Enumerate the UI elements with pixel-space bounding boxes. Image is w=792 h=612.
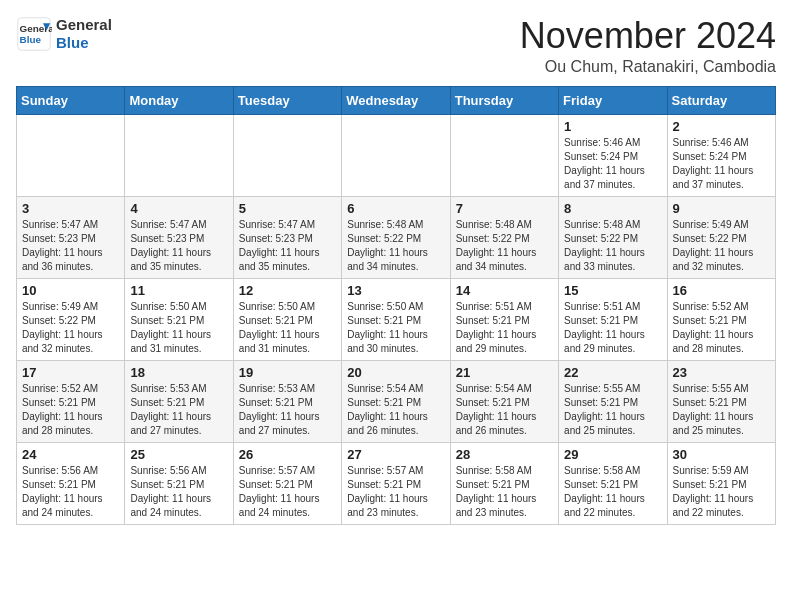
weekday-header-saturday: Saturday [667, 86, 775, 114]
calendar-week-4: 17Sunrise: 5:52 AM Sunset: 5:21 PM Dayli… [17, 360, 776, 442]
day-number: 12 [239, 283, 336, 298]
day-number: 29 [564, 447, 661, 462]
day-number: 27 [347, 447, 444, 462]
calendar-cell: 10Sunrise: 5:49 AM Sunset: 5:22 PM Dayli… [17, 278, 125, 360]
calendar-cell: 4Sunrise: 5:47 AM Sunset: 5:23 PM Daylig… [125, 196, 233, 278]
day-info: Sunrise: 5:57 AM Sunset: 5:21 PM Dayligh… [347, 464, 444, 520]
calendar-cell: 20Sunrise: 5:54 AM Sunset: 5:21 PM Dayli… [342, 360, 450, 442]
day-number: 25 [130, 447, 227, 462]
logo-general: General [56, 16, 112, 34]
day-number: 3 [22, 201, 119, 216]
calendar-cell: 22Sunrise: 5:55 AM Sunset: 5:21 PM Dayli… [559, 360, 667, 442]
day-info: Sunrise: 5:53 AM Sunset: 5:21 PM Dayligh… [130, 382, 227, 438]
calendar-cell: 15Sunrise: 5:51 AM Sunset: 5:21 PM Dayli… [559, 278, 667, 360]
day-info: Sunrise: 5:56 AM Sunset: 5:21 PM Dayligh… [22, 464, 119, 520]
day-info: Sunrise: 5:54 AM Sunset: 5:21 PM Dayligh… [456, 382, 553, 438]
day-info: Sunrise: 5:58 AM Sunset: 5:21 PM Dayligh… [456, 464, 553, 520]
calendar-cell: 16Sunrise: 5:52 AM Sunset: 5:21 PM Dayli… [667, 278, 775, 360]
calendar-cell: 25Sunrise: 5:56 AM Sunset: 5:21 PM Dayli… [125, 442, 233, 524]
day-info: Sunrise: 5:59 AM Sunset: 5:21 PM Dayligh… [673, 464, 770, 520]
calendar-cell: 11Sunrise: 5:50 AM Sunset: 5:21 PM Dayli… [125, 278, 233, 360]
day-info: Sunrise: 5:48 AM Sunset: 5:22 PM Dayligh… [456, 218, 553, 274]
day-info: Sunrise: 5:46 AM Sunset: 5:24 PM Dayligh… [564, 136, 661, 192]
day-info: Sunrise: 5:55 AM Sunset: 5:21 PM Dayligh… [673, 382, 770, 438]
calendar-cell: 8Sunrise: 5:48 AM Sunset: 5:22 PM Daylig… [559, 196, 667, 278]
calendar-cell: 17Sunrise: 5:52 AM Sunset: 5:21 PM Dayli… [17, 360, 125, 442]
day-number: 7 [456, 201, 553, 216]
day-info: Sunrise: 5:50 AM Sunset: 5:21 PM Dayligh… [239, 300, 336, 356]
day-info: Sunrise: 5:48 AM Sunset: 5:22 PM Dayligh… [564, 218, 661, 274]
day-number: 1 [564, 119, 661, 134]
day-info: Sunrise: 5:53 AM Sunset: 5:21 PM Dayligh… [239, 382, 336, 438]
calendar-cell: 30Sunrise: 5:59 AM Sunset: 5:21 PM Dayli… [667, 442, 775, 524]
day-info: Sunrise: 5:47 AM Sunset: 5:23 PM Dayligh… [239, 218, 336, 274]
day-info: Sunrise: 5:51 AM Sunset: 5:21 PM Dayligh… [456, 300, 553, 356]
calendar-cell: 9Sunrise: 5:49 AM Sunset: 5:22 PM Daylig… [667, 196, 775, 278]
calendar-week-1: 1Sunrise: 5:46 AM Sunset: 5:24 PM Daylig… [17, 114, 776, 196]
day-number: 10 [22, 283, 119, 298]
weekday-header-wednesday: Wednesday [342, 86, 450, 114]
day-info: Sunrise: 5:51 AM Sunset: 5:21 PM Dayligh… [564, 300, 661, 356]
calendar-cell: 3Sunrise: 5:47 AM Sunset: 5:23 PM Daylig… [17, 196, 125, 278]
day-number: 18 [130, 365, 227, 380]
day-number: 22 [564, 365, 661, 380]
calendar-cell: 19Sunrise: 5:53 AM Sunset: 5:21 PM Dayli… [233, 360, 341, 442]
day-info: Sunrise: 5:52 AM Sunset: 5:21 PM Dayligh… [22, 382, 119, 438]
weekday-header-row: SundayMondayTuesdayWednesdayThursdayFrid… [17, 86, 776, 114]
day-info: Sunrise: 5:46 AM Sunset: 5:24 PM Dayligh… [673, 136, 770, 192]
day-number: 20 [347, 365, 444, 380]
calendar-cell: 26Sunrise: 5:57 AM Sunset: 5:21 PM Dayli… [233, 442, 341, 524]
calendar-cell: 28Sunrise: 5:58 AM Sunset: 5:21 PM Dayli… [450, 442, 558, 524]
calendar-cell: 2Sunrise: 5:46 AM Sunset: 5:24 PM Daylig… [667, 114, 775, 196]
calendar-cell: 1Sunrise: 5:46 AM Sunset: 5:24 PM Daylig… [559, 114, 667, 196]
day-number: 24 [22, 447, 119, 462]
svg-text:Blue: Blue [20, 34, 42, 45]
day-info: Sunrise: 5:47 AM Sunset: 5:23 PM Dayligh… [130, 218, 227, 274]
logo-icon: General Blue [16, 16, 52, 52]
day-number: 19 [239, 365, 336, 380]
calendar-week-3: 10Sunrise: 5:49 AM Sunset: 5:22 PM Dayli… [17, 278, 776, 360]
day-info: Sunrise: 5:56 AM Sunset: 5:21 PM Dayligh… [130, 464, 227, 520]
day-number: 21 [456, 365, 553, 380]
calendar-cell [17, 114, 125, 196]
calendar-cell: 13Sunrise: 5:50 AM Sunset: 5:21 PM Dayli… [342, 278, 450, 360]
calendar-cell: 18Sunrise: 5:53 AM Sunset: 5:21 PM Dayli… [125, 360, 233, 442]
calendar-cell: 12Sunrise: 5:50 AM Sunset: 5:21 PM Dayli… [233, 278, 341, 360]
day-info: Sunrise: 5:49 AM Sunset: 5:22 PM Dayligh… [673, 218, 770, 274]
weekday-header-thursday: Thursday [450, 86, 558, 114]
location: Ou Chum, Ratanakiri, Cambodia [520, 58, 776, 76]
calendar-cell: 23Sunrise: 5:55 AM Sunset: 5:21 PM Dayli… [667, 360, 775, 442]
day-info: Sunrise: 5:55 AM Sunset: 5:21 PM Dayligh… [564, 382, 661, 438]
day-number: 17 [22, 365, 119, 380]
logo: General Blue General Blue [16, 16, 112, 52]
weekday-header-sunday: Sunday [17, 86, 125, 114]
calendar-cell: 27Sunrise: 5:57 AM Sunset: 5:21 PM Dayli… [342, 442, 450, 524]
day-info: Sunrise: 5:48 AM Sunset: 5:22 PM Dayligh… [347, 218, 444, 274]
day-number: 30 [673, 447, 770, 462]
day-info: Sunrise: 5:52 AM Sunset: 5:21 PM Dayligh… [673, 300, 770, 356]
day-number: 11 [130, 283, 227, 298]
calendar-cell: 29Sunrise: 5:58 AM Sunset: 5:21 PM Dayli… [559, 442, 667, 524]
calendar-week-2: 3Sunrise: 5:47 AM Sunset: 5:23 PM Daylig… [17, 196, 776, 278]
day-number: 14 [456, 283, 553, 298]
day-number: 26 [239, 447, 336, 462]
weekday-header-monday: Monday [125, 86, 233, 114]
day-number: 2 [673, 119, 770, 134]
page-header: General Blue General Blue November 2024 … [16, 16, 776, 76]
day-number: 8 [564, 201, 661, 216]
day-number: 23 [673, 365, 770, 380]
day-number: 6 [347, 201, 444, 216]
calendar-cell: 21Sunrise: 5:54 AM Sunset: 5:21 PM Dayli… [450, 360, 558, 442]
day-info: Sunrise: 5:58 AM Sunset: 5:21 PM Dayligh… [564, 464, 661, 520]
day-number: 9 [673, 201, 770, 216]
logo-blue: Blue [56, 34, 112, 52]
calendar-cell [342, 114, 450, 196]
calendar-cell [233, 114, 341, 196]
calendar-cell: 14Sunrise: 5:51 AM Sunset: 5:21 PM Dayli… [450, 278, 558, 360]
day-info: Sunrise: 5:54 AM Sunset: 5:21 PM Dayligh… [347, 382, 444, 438]
calendar-cell: 6Sunrise: 5:48 AM Sunset: 5:22 PM Daylig… [342, 196, 450, 278]
day-info: Sunrise: 5:57 AM Sunset: 5:21 PM Dayligh… [239, 464, 336, 520]
day-number: 16 [673, 283, 770, 298]
weekday-header-friday: Friday [559, 86, 667, 114]
day-info: Sunrise: 5:50 AM Sunset: 5:21 PM Dayligh… [347, 300, 444, 356]
